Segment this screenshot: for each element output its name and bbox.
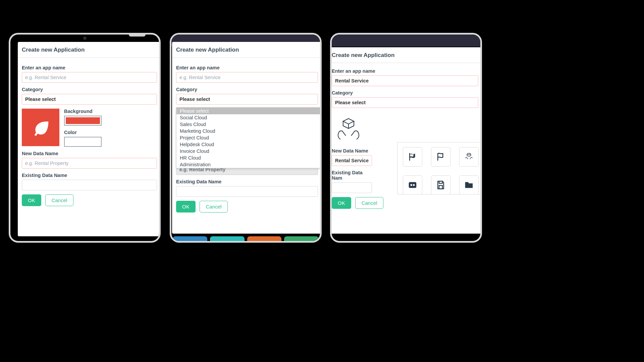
dialog-title: Create new Application: [330, 47, 482, 63]
category-option[interactable]: Marketing Cloud: [176, 128, 322, 134]
svg-rect-4: [439, 185, 442, 189]
app-name-label: Enter an app name: [176, 65, 318, 70]
existing-data-label: Existing Data Name: [176, 179, 318, 184]
category-select[interactable]: Please select: [22, 94, 157, 105]
icon-picker: A: [397, 142, 482, 194]
app-name-label: Enter an app name: [332, 68, 478, 74]
category-label: Category: [22, 87, 157, 92]
icon-preview-tile[interactable]: [22, 109, 59, 146]
icon-option-flag-checkered[interactable]: [403, 147, 422, 167]
ok-button[interactable]: OK: [332, 197, 351, 209]
dialog-title: Create new Application: [172, 42, 322, 58]
ok-button[interactable]: OK: [176, 201, 196, 213]
cancel-button[interactable]: Cancel: [45, 194, 74, 206]
app-name-input[interactable]: Rental Service: [332, 75, 478, 86]
app-name-label: Enter an app name: [22, 65, 157, 70]
app-name-input[interactable]: e.g. Rental Service: [176, 72, 318, 83]
category-label: Category: [176, 87, 318, 92]
category-option[interactable]: Sales Cloud: [176, 121, 322, 128]
dialog: Create new Application Enter an app name…: [18, 42, 161, 236]
icon-option-folder[interactable]: [459, 175, 479, 194]
existing-data-input[interactable]: [332, 182, 372, 193]
background-swatch[interactable]: [64, 116, 102, 126]
leaf-icon: [30, 117, 51, 138]
icon-option-save[interactable]: [431, 175, 450, 194]
category-option[interactable]: Please select: [176, 108, 322, 114]
new-data-input[interactable]: Rental Service: [332, 155, 372, 166]
dialog: Create new Application Enter an app name…: [172, 42, 322, 234]
category-dropdown: Please selectSocial CloudSales CloudMark…: [176, 107, 322, 168]
category-option[interactable]: Social Cloud: [176, 114, 322, 121]
category-option[interactable]: Administration: [176, 161, 322, 168]
category-option[interactable]: HR Cloud: [176, 155, 322, 161]
background-label: Background: [64, 109, 157, 114]
svg-rect-0: [409, 182, 417, 188]
hands-box-icon: [334, 115, 363, 144]
category-select[interactable]: Please select: [176, 94, 318, 105]
tablet-3: Create new Application Enter an app name…: [330, 33, 482, 243]
dialog-title: Create new Application: [18, 42, 161, 58]
new-data-input[interactable]: e.g. Rental Property: [22, 158, 157, 169]
existing-data-input[interactable]: [176, 186, 318, 197]
category-option[interactable]: Invoice Cloud: [176, 148, 322, 155]
existing-data-label: Existing Data Name: [22, 173, 157, 178]
category-label: Category: [332, 90, 478, 96]
existing-data-input[interactable]: [22, 180, 157, 190]
color-swatch[interactable]: [64, 137, 102, 147]
color-label: Color: [64, 130, 157, 135]
svg-rect-3: [439, 181, 442, 183]
svg-point-2: [413, 184, 415, 186]
dialog: Create new Application Enter an app name…: [330, 47, 482, 234]
svg-point-1: [411, 184, 413, 186]
icon-preview[interactable]: [332, 113, 365, 146]
new-data-label: New Data Name: [22, 151, 157, 156]
cancel-button[interactable]: Cancel: [355, 197, 384, 209]
category-select[interactable]: Please select: [332, 97, 478, 108]
new-data-label: New Data Name: [332, 148, 372, 154]
category-option[interactable]: Helpdesk Cloud: [176, 141, 322, 148]
tablet-2: Create new Application Enter an app name…: [170, 33, 322, 243]
tablet-1: Create new Application Enter an app name…: [9, 33, 161, 243]
icon-option-flag[interactable]: [431, 147, 450, 167]
icon-option-flickr[interactable]: [403, 175, 422, 194]
app-name-input[interactable]: e.g. Rental Service: [22, 72, 157, 83]
icon-option-hands-box[interactable]: [459, 147, 479, 167]
cancel-button[interactable]: Cancel: [200, 201, 228, 213]
category-option[interactable]: Project Cloud: [176, 134, 322, 141]
existing-data-label: Existing Data Nam: [332, 170, 372, 181]
ok-button[interactable]: OK: [22, 194, 41, 206]
